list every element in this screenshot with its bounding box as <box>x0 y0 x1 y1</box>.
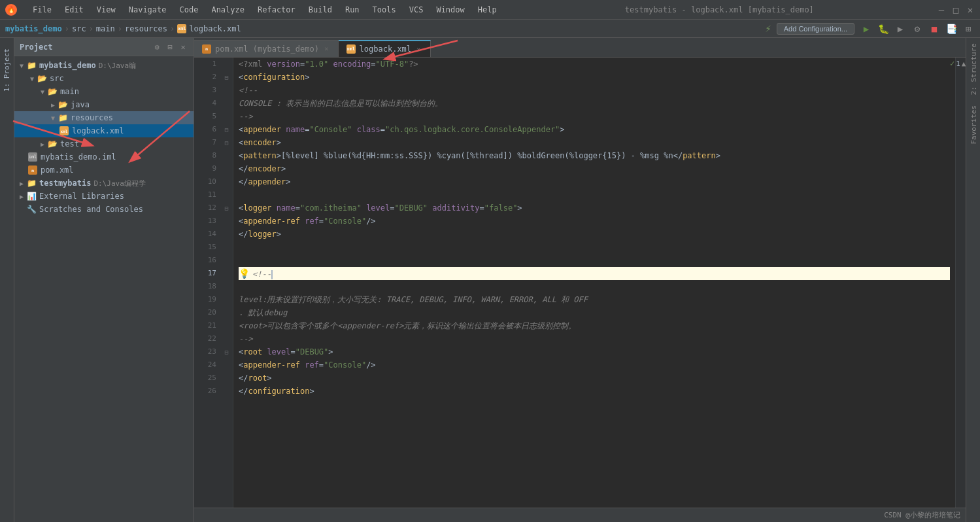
code-line-23: <root level="DEBUG"> <box>239 345 950 358</box>
line-num-14: 14 <box>194 228 216 241</box>
close-button[interactable]: ✕ <box>966 5 975 14</box>
profile-button[interactable]: ⚙ <box>911 22 924 35</box>
lightbulb-icon[interactable]: 💡 <box>239 268 250 279</box>
menu-code[interactable]: Code <box>175 4 204 16</box>
tab-logback-close[interactable]: ✕ <box>415 44 422 54</box>
menu-edit[interactable]: Edit <box>59 4 89 16</box>
favorites-toggle[interactable]: Favorites <box>966 100 980 150</box>
tree-arrow-src[interactable]: ▼ <box>27 74 37 83</box>
bookmark-button[interactable]: 📑 <box>945 22 958 35</box>
run-button[interactable]: ▶ <box>860 22 873 35</box>
panel-close-icon[interactable]: ✕ <box>178 42 188 52</box>
tree-arrow-test[interactable]: ▶ <box>38 139 47 148</box>
tree-item-iml[interactable]: iml mybatis_demo.iml <box>14 150 194 164</box>
tree-arrow-mybatis-demo[interactable]: ▼ <box>17 61 26 70</box>
tree-item-extlibs[interactable]: ▶ 📊 External Libraries <box>14 190 194 203</box>
gutter-12[interactable]: ⊟ <box>220 201 233 215</box>
menu-tools[interactable]: Tools <box>367 4 401 16</box>
minimize-button[interactable]: — <box>937 5 946 14</box>
line-num-16: 16 <box>194 254 216 267</box>
breadcrumb-project[interactable]: mybatis_demo <box>5 24 62 33</box>
code-line-24: <appender-ref ref="Console"/> <box>239 358 950 372</box>
tree-arrow-testmybatis[interactable]: ▶ <box>17 179 26 188</box>
menu-analyze[interactable]: Analyze <box>206 4 250 16</box>
line-num-20: 20 <box>194 306 216 319</box>
folder-icon-test: 📂 <box>47 139 58 149</box>
menu-help[interactable]: Help <box>473 4 502 16</box>
breadcrumb-main[interactable]: main <box>96 24 115 33</box>
tree-item-main[interactable]: ▼ 📂 main <box>14 85 194 98</box>
breadcrumb-sep-3: › <box>118 24 122 33</box>
tree-arrow-java[interactable]: ▶ <box>48 100 58 109</box>
maximize-button[interactable]: □ <box>951 5 960 14</box>
tree-item-test[interactable]: ▶ 📂 test <box>14 137 194 150</box>
menu-file[interactable]: File <box>27 4 57 16</box>
line-num-24: 24 <box>194 358 216 372</box>
menu-run[interactable]: Run <box>340 4 365 16</box>
tree-label-pom: pom.xml <box>41 165 74 175</box>
editor-wrapper: m pom.xml (mybatis_demo) ✕ xml logback.x… <box>194 38 966 522</box>
layout-button[interactable]: ⊞ <box>962 22 975 35</box>
tree-item-pom[interactable]: m pom.xml <box>14 164 194 177</box>
structure-panel-toggle[interactable]: 2: Structure <box>966 38 980 100</box>
coverage-button[interactable]: ▶ <box>894 22 907 35</box>
tree-item-resources[interactable]: ▼ 📁 resources <box>14 111 194 124</box>
code-area[interactable]: <?xml version="1.0" encoding="UTF-8"?> <… <box>233 58 955 508</box>
breadcrumb-resources[interactable]: resources <box>125 24 167 33</box>
line-num-22: 22 <box>194 332 216 345</box>
gutter-7[interactable]: ⊟ <box>220 136 233 149</box>
debug-button[interactable]: 🐛 <box>877 22 890 35</box>
line-num-11: 11 <box>194 188 216 201</box>
tree-label-extlibs: External Libraries <box>39 192 124 201</box>
no-errors-icon: ✓ <box>950 59 955 68</box>
tree-arrow-scratches[interactable]: ▶ <box>17 205 26 214</box>
breadcrumb-logback[interactable]: logback.xml <box>189 24 241 33</box>
tree-item-java[interactable]: ▶ 📂 java <box>14 98 194 111</box>
tab-logback[interactable]: xml logback.xml ✕ <box>339 40 431 57</box>
gutter-6[interactable]: ⊟ <box>220 123 233 136</box>
stop-button[interactable]: ■ <box>928 22 941 35</box>
scratch-icon: 🔧 <box>26 204 37 215</box>
breadcrumb-src[interactable]: src <box>72 24 86 33</box>
menu-view[interactable]: View <box>92 4 121 16</box>
tree-arrow-main[interactable]: ▼ <box>38 87 47 96</box>
panel-settings-icon[interactable]: ⚙ <box>152 42 162 52</box>
menu-vcs[interactable]: VCS <box>404 4 429 16</box>
gutter-2[interactable]: ⊟ <box>220 71 233 84</box>
code-line-4: CONSOLE : 表示当前的日志信息是可以输出到控制台的。 <box>239 97 950 110</box>
line-num-19: 19 <box>194 293 216 306</box>
tree-item-src[interactable]: ▼ 📂 src <box>14 72 194 85</box>
scroll-up-icon[interactable]: ▲ <box>962 60 966 68</box>
line-num-13: 13 <box>194 215 216 228</box>
pom-tab-icon: m <box>202 44 211 54</box>
menu-refactor[interactable]: Refactor <box>252 4 301 16</box>
tree-arrow-resources[interactable]: ▼ <box>48 113 58 122</box>
tree-item-scratches[interactable]: ▶ 🔧 Scratches and Consoles <box>14 203 194 216</box>
code-line-13: <appender-ref ref="Console"/> <box>239 215 950 228</box>
gutter-23[interactable]: ⊟ <box>220 345 233 358</box>
maven-icon[interactable]: ⚡ <box>765 22 771 35</box>
code-line-1: <?xml version="1.0" encoding="UTF-8"?> <box>239 58 950 71</box>
menu-navigate[interactable]: Navigate <box>124 4 172 16</box>
breadcrumb-file: xml logback.xml <box>177 24 241 33</box>
menu-window[interactable]: Window <box>431 4 469 16</box>
tree-item-logback[interactable]: xml logback.xml <box>14 124 194 137</box>
gutter-20 <box>220 306 233 319</box>
tree-item-mybatis-demo[interactable]: ▼ 📁 mybatis_demo D:\Java编 <box>14 59 194 72</box>
tree-label-iml: mybatis_demo.iml <box>41 152 116 162</box>
code-line-6: <appender name="Console" class="ch.qos.l… <box>239 123 950 136</box>
code-line-9: </encoder> <box>239 162 950 175</box>
add-configuration-button[interactable]: Add Configuration... <box>777 23 854 35</box>
project-panel-toggle[interactable]: 1: Project <box>1 43 13 97</box>
tree-arrow-extlibs[interactable]: ▶ <box>17 192 26 201</box>
tab-pom-close[interactable]: ✕ <box>323 44 330 54</box>
tab-pom[interactable]: m pom.xml (mybatis_demo) ✕ <box>194 40 339 57</box>
editor-tabs: m pom.xml (mybatis_demo) ✕ xml logback.x… <box>194 38 966 58</box>
line-num-25: 25 <box>194 372 216 385</box>
right-gutter: ✓ 1 ▲ ▼ <box>955 58 966 508</box>
title-bar-left: 🔥 File Edit View Navigate Code Analyze R… <box>5 4 502 16</box>
tree-item-testmybatis[interactable]: ▶ 📁 testmybatis D:\Java编程学 <box>14 177 194 190</box>
menu-build[interactable]: Build <box>303 4 337 16</box>
panel-header-icons: ⚙ ⊟ ✕ <box>152 42 188 52</box>
panel-layout-icon[interactable]: ⊟ <box>165 42 175 52</box>
